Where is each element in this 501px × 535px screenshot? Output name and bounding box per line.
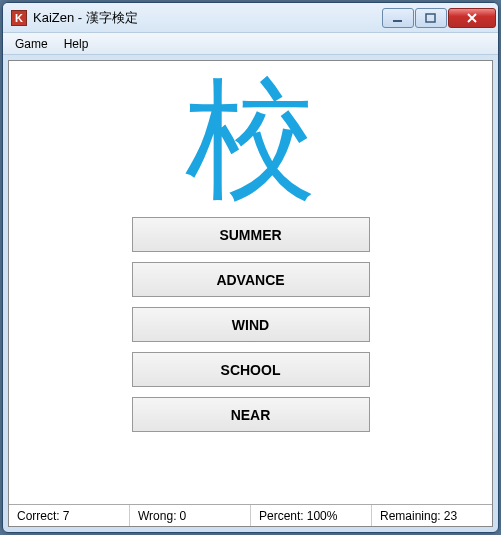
svg-rect-1 — [426, 14, 435, 22]
app-window: K KaiZen - 漢字検定 Game Help 校 SUMMER ADVAN… — [2, 2, 499, 533]
answer-choices: SUMMER ADVANCE WIND SCHOOL NEAR — [9, 211, 492, 504]
close-button[interactable] — [448, 8, 496, 28]
status-bar: Correct: 7 Wrong: 0 Percent: 100% Remain… — [9, 504, 492, 526]
app-icon: K — [11, 10, 27, 26]
status-correct-label: Correct: — [17, 509, 60, 523]
status-correct: Correct: 7 — [9, 505, 130, 526]
status-percent: Percent: 100% — [251, 505, 372, 526]
kanji-display-area: 校 — [9, 61, 492, 211]
client-area: 校 SUMMER ADVANCE WIND SCHOOL NEAR Correc… — [8, 60, 493, 527]
status-correct-value: 7 — [63, 509, 70, 523]
svg-rect-0 — [393, 20, 402, 22]
status-percent-value: 100% — [307, 509, 338, 523]
choice-button-4[interactable]: SCHOOL — [132, 352, 370, 387]
status-remaining-value: 23 — [444, 509, 457, 523]
window-controls — [382, 8, 496, 28]
status-wrong-label: Wrong: — [138, 509, 176, 523]
choice-button-5[interactable]: NEAR — [132, 397, 370, 432]
window-title: KaiZen - 漢字検定 — [33, 9, 382, 27]
menu-game[interactable]: Game — [7, 33, 56, 54]
status-wrong-value: 0 — [179, 509, 186, 523]
choice-button-3[interactable]: WIND — [132, 307, 370, 342]
choice-button-1[interactable]: SUMMER — [132, 217, 370, 252]
status-wrong: Wrong: 0 — [130, 505, 251, 526]
status-percent-label: Percent: — [259, 509, 304, 523]
choice-button-2[interactable]: ADVANCE — [132, 262, 370, 297]
menu-help[interactable]: Help — [56, 33, 97, 54]
menubar: Game Help — [3, 33, 498, 55]
status-remaining: Remaining: 23 — [372, 505, 492, 526]
maximize-button[interactable] — [415, 8, 447, 28]
titlebar[interactable]: K KaiZen - 漢字検定 — [3, 3, 498, 33]
status-remaining-label: Remaining: — [380, 509, 441, 523]
minimize-button[interactable] — [382, 8, 414, 28]
kanji-character: 校 — [9, 73, 492, 203]
